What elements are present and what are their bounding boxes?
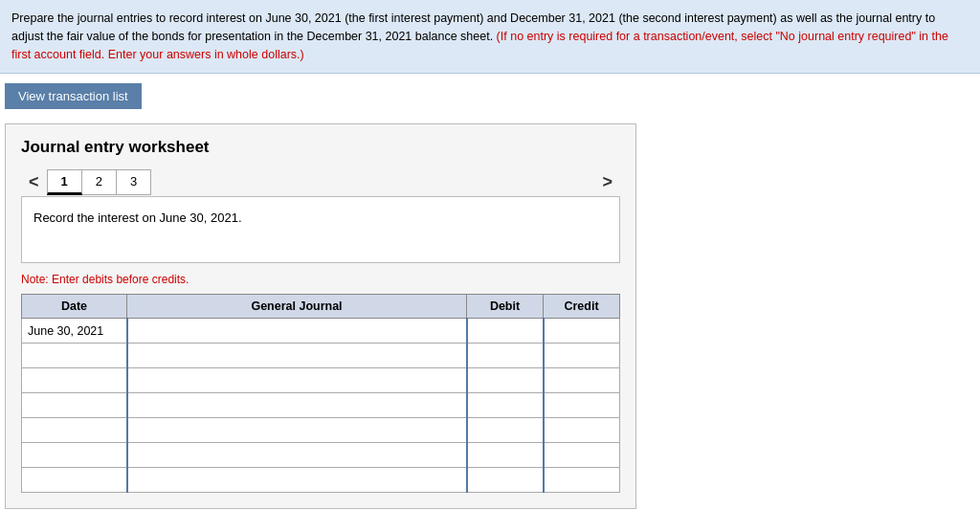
gj-input[interactable]: [134, 399, 460, 412]
date-cell[interactable]: [22, 468, 127, 493]
gj-cell[interactable]: [127, 393, 467, 418]
credit-cell[interactable]: [544, 443, 620, 468]
journal-table: Date General Journal Debit Credit: [21, 294, 620, 493]
date-cell[interactable]: [22, 443, 127, 468]
date-cell[interactable]: [22, 319, 127, 344]
debit-cell[interactable]: [467, 393, 544, 418]
credit-input[interactable]: [550, 349, 614, 363]
tab-2[interactable]: 2: [82, 169, 117, 195]
gj-input[interactable]: [134, 324, 460, 338]
date-cell[interactable]: [22, 344, 127, 368]
gj-input[interactable]: [134, 424, 460, 437]
tab-1[interactable]: 1: [47, 169, 82, 195]
debit-cell[interactable]: [467, 443, 544, 468]
table-row: [22, 443, 620, 468]
instruction-box: Prepare the journal entries to record in…: [0, 0, 980, 74]
col-header-credit: Credit: [544, 295, 620, 319]
record-instruction-text: Record the interest on June 30, 2021.: [33, 211, 242, 225]
date-cell[interactable]: [22, 368, 127, 393]
credit-input[interactable]: [550, 449, 614, 462]
gj-cell[interactable]: [127, 443, 467, 468]
debit-input[interactable]: [474, 349, 537, 363]
tab-prev-arrow[interactable]: <: [21, 168, 47, 196]
worksheet-container: Journal entry worksheet < 1 2 3 > Record…: [5, 123, 636, 509]
tab-next-arrow[interactable]: >: [594, 168, 620, 196]
credit-input[interactable]: [550, 424, 614, 437]
debit-input[interactable]: [474, 474, 537, 487]
gj-cell[interactable]: [127, 319, 467, 344]
debit-input[interactable]: [474, 399, 537, 412]
debit-cell[interactable]: [467, 368, 544, 393]
credit-cell[interactable]: [544, 393, 620, 418]
gj-cell[interactable]: [127, 344, 467, 368]
credit-cell[interactable]: [544, 319, 620, 344]
gj-cell[interactable]: [127, 418, 467, 443]
tab-3[interactable]: 3: [117, 169, 151, 195]
credit-input[interactable]: [550, 399, 614, 412]
gj-input[interactable]: [134, 474, 460, 487]
gj-cell[interactable]: [127, 368, 467, 393]
table-row: [22, 368, 620, 393]
gj-cell[interactable]: [127, 468, 467, 493]
debit-cell[interactable]: [467, 344, 544, 368]
date-cell[interactable]: [22, 393, 127, 418]
debit-cell[interactable]: [467, 468, 544, 493]
table-row: [22, 319, 620, 344]
date-cell[interactable]: [22, 418, 127, 443]
gj-input[interactable]: [134, 349, 460, 363]
debit-input[interactable]: [474, 324, 537, 338]
tab-group: 1 2 3: [47, 169, 152, 195]
credit-cell[interactable]: [544, 368, 620, 393]
date-input[interactable]: [28, 349, 121, 363]
debit-input[interactable]: [474, 449, 537, 462]
debit-input[interactable]: [474, 424, 537, 437]
debit-input[interactable]: [474, 374, 537, 388]
col-header-date: Date: [22, 295, 127, 319]
table-row: [22, 418, 620, 443]
credit-cell[interactable]: [544, 418, 620, 443]
note-text: Note: Enter debits before credits.: [21, 273, 620, 286]
date-input[interactable]: [28, 424, 121, 437]
credit-cell[interactable]: [544, 344, 620, 368]
table-row: [22, 344, 620, 368]
date-input[interactable]: [28, 474, 121, 487]
credit-input[interactable]: [550, 374, 614, 388]
credit-input[interactable]: [550, 474, 614, 487]
credit-cell[interactable]: [544, 468, 620, 493]
date-input[interactable]: [28, 374, 121, 388]
credit-input[interactable]: [550, 324, 614, 338]
table-row: [22, 393, 620, 418]
date-input[interactable]: [28, 399, 121, 412]
gj-input[interactable]: [134, 449, 460, 462]
worksheet-title: Journal entry worksheet: [21, 138, 620, 157]
view-transaction-button[interactable]: View transaction list: [5, 83, 142, 109]
col-header-gj: General Journal: [127, 295, 467, 319]
record-instruction-box: Record the interest on June 30, 2021.: [21, 196, 620, 263]
date-input[interactable]: [28, 449, 121, 462]
debit-cell[interactable]: [467, 319, 544, 344]
col-header-debit: Debit: [467, 295, 544, 319]
date-input[interactable]: [28, 324, 121, 338]
table-row: [22, 468, 620, 493]
debit-cell[interactable]: [467, 418, 544, 443]
gj-input[interactable]: [134, 374, 460, 388]
